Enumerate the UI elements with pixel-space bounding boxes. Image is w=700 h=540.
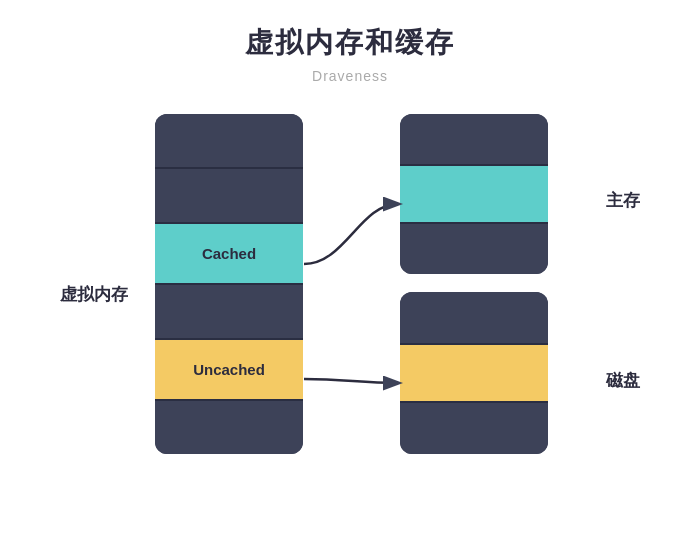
vm-cell-1 — [155, 114, 303, 169]
cached-arrow — [304, 204, 398, 264]
vm-cell-cached: Cached — [155, 224, 303, 285]
mm-cell-1 — [400, 114, 548, 166]
disk-cell-3 — [400, 403, 548, 454]
label-main-memory: 主存 — [606, 189, 640, 212]
subtitle: Draveness — [312, 68, 388, 84]
mm-cell-cached — [400, 166, 548, 223]
vm-cell-uncached: Uncached — [155, 340, 303, 401]
disk-cell-uncached — [400, 345, 548, 403]
page-container: 虚拟内存和缓存 Draveness 虚拟内存 主存 磁盘 Cached Unca… — [0, 0, 700, 540]
uncached-label: Uncached — [193, 361, 265, 378]
mm-cell-3 — [400, 224, 548, 274]
cached-label: Cached — [202, 245, 256, 262]
virtual-memory-column: Cached Uncached — [155, 114, 303, 454]
vm-cell-6 — [155, 401, 303, 454]
arrows-svg — [60, 114, 640, 474]
disk-cell-1 — [400, 292, 548, 345]
uncached-arrow — [304, 379, 398, 383]
vm-cell-2 — [155, 169, 303, 224]
disk-column — [400, 292, 548, 454]
page-title: 虚拟内存和缓存 — [245, 24, 455, 62]
main-memory-column — [400, 114, 548, 274]
vm-cell-4 — [155, 285, 303, 340]
label-disk: 磁盘 — [606, 369, 640, 392]
label-virtual-memory: 虚拟内存 — [60, 283, 128, 306]
diagram-area: 虚拟内存 主存 磁盘 Cached Uncached — [60, 114, 640, 474]
